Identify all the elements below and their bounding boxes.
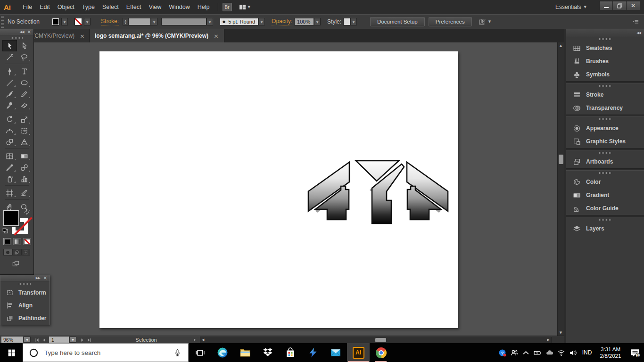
tool-selection[interactable] [2, 40, 17, 51]
tool-eyedropper[interactable] [2, 162, 17, 173]
close-panel-icon[interactable]: × [43, 276, 47, 280]
tool-shape-builder[interactable] [2, 136, 17, 148]
variable-width-profile-field[interactable] [161, 18, 206, 25]
tray-battery[interactable] [532, 343, 544, 362]
fill-color-indicator[interactable] [3, 210, 19, 226]
tool-perspective-grid[interactable] [17, 136, 32, 148]
taskbar-app-dropbox[interactable] [256, 343, 279, 362]
panel-item-transform[interactable]: Transform [0, 286, 50, 299]
swap-fill-stroke-button[interactable] [24, 209, 30, 215]
opacity-panel-link[interactable]: Opacity: [272, 18, 292, 25]
menu-item-view[interactable]: View [145, 0, 165, 14]
tool-direct-selection[interactable] [17, 40, 32, 51]
dock-item-appearance[interactable]: Appearance [566, 122, 644, 135]
taskbar-app-store[interactable] [279, 343, 302, 362]
taskbar-app-file-explorer[interactable] [234, 343, 256, 362]
tab-close-icon[interactable]: × [80, 33, 85, 40]
zoom-dropdown[interactable]: ▼ [24, 337, 31, 343]
draw-inside-button[interactable] [21, 249, 30, 255]
bridge-button[interactable]: Br [223, 3, 232, 11]
tray-get-help[interactable]: ? [496, 343, 508, 362]
tool-free-transform[interactable] [17, 125, 32, 136]
menu-item-select[interactable]: Select [99, 0, 123, 14]
dock-item-transparency[interactable]: Transparency [566, 101, 644, 115]
logo-artwork[interactable] [306, 159, 450, 225]
task-view-button[interactable] [189, 343, 211, 362]
panel-item-align[interactable]: Align [0, 299, 50, 312]
dock-group-drag-handle[interactable] [599, 172, 611, 174]
tool-width[interactable] [2, 125, 17, 136]
panel-drag-handle[interactable] [19, 283, 31, 285]
isolate-selected-object-button[interactable]: ▼ [479, 18, 491, 26]
opacity-dropdown[interactable]: ▼ [314, 18, 321, 25]
artboard-dropdown[interactable]: ▼ [69, 337, 76, 343]
tool-gradient[interactable] [17, 150, 32, 162]
scroll-down-icon[interactable]: ▼ [558, 329, 564, 336]
menu-item-window[interactable]: Window [165, 0, 193, 14]
menu-item-help[interactable]: Help [194, 0, 214, 14]
vertical-scrollbar[interactable]: ▲ ▼ [557, 42, 564, 336]
document-setup-button[interactable]: Document Setup [370, 17, 425, 26]
minimize-button[interactable] [599, 1, 613, 10]
tool-lasso[interactable] [17, 51, 32, 63]
tool-symbol-sprayer[interactable] [2, 173, 17, 184]
taskbar-search-input[interactable]: Type here to search [23, 343, 189, 362]
artboard[interactable] [99, 51, 458, 328]
artboard-number-field[interactable]: 1 [49, 337, 69, 343]
menu-item-edit[interactable]: Edit [36, 0, 54, 14]
style-dropdown[interactable]: ▼ [350, 18, 357, 25]
tray-people[interactable] [508, 343, 520, 362]
menu-item-type[interactable]: Type [78, 0, 99, 14]
style-swatch[interactable] [343, 18, 350, 25]
first-artboard-button[interactable] [34, 337, 40, 343]
tool-pen[interactable] [2, 66, 17, 77]
dock-group-drag-handle[interactable] [599, 219, 611, 221]
opacity-field[interactable]: 100% [294, 18, 314, 25]
tool-eraser[interactable] [17, 99, 32, 111]
dock-item-layers[interactable]: Layers [566, 222, 644, 235]
stroke-weight-stepper[interactable]: ▲▼ [123, 18, 128, 25]
tray-wifi[interactable] [555, 343, 567, 362]
microphone-icon[interactable] [173, 349, 182, 357]
stroke-weight-dropdown[interactable]: ▼ [151, 18, 157, 25]
dock-item-stroke[interactable]: Stroke [566, 88, 644, 101]
stroke-weight-field[interactable] [128, 18, 151, 25]
previous-artboard-button[interactable] [41, 337, 47, 343]
expand-panel-icon[interactable]: ▶▶ [36, 276, 40, 280]
taskbar-app-bolt-app[interactable] [302, 343, 324, 362]
dock-item-gradient[interactable]: Gradient [566, 189, 644, 202]
dock-item-graphic-styles[interactable]: Graphic Styles [566, 135, 644, 148]
dock-item-brushes[interactable]: Brushes [566, 55, 644, 68]
tool-line-segment[interactable] [2, 77, 17, 88]
arrange-documents-button[interactable]: ▼ [239, 3, 250, 11]
scroll-right-icon[interactable]: ▶ [547, 338, 550, 342]
scroll-left-icon[interactable]: ◀ [202, 338, 204, 342]
tray-volume[interactable] [567, 343, 579, 362]
preferences-button[interactable]: Preferences [429, 17, 472, 26]
taskbar-app-chrome[interactable] [370, 343, 392, 362]
stroke-panel-link[interactable]: Stroke: [101, 18, 119, 25]
tool-pencil[interactable] [17, 88, 32, 99]
last-artboard-button[interactable] [86, 337, 92, 343]
dock-group-drag-handle[interactable] [599, 118, 611, 120]
pasteboard[interactable] [0, 42, 557, 336]
language-indicator[interactable]: IND [579, 349, 595, 356]
screen-mode-button[interactable] [10, 260, 21, 268]
expand-panels-icon[interactable]: ◀◀ [636, 31, 641, 35]
zoom-level-field[interactable]: 96% [1, 337, 23, 343]
action-center-button[interactable]: 1 [626, 343, 644, 362]
tool-paintbrush[interactable] [2, 88, 17, 99]
tool-mesh[interactable] [2, 150, 17, 162]
scroll-up-icon[interactable]: ▲ [558, 42, 564, 49]
dock-group-drag-handle[interactable] [599, 38, 611, 40]
panel-drag-handle[interactable] [1, 16, 4, 28]
tool-blob-brush[interactable] [2, 99, 17, 111]
taskbar-app-illustrator[interactable]: Ai [347, 343, 370, 362]
tool-artboard[interactable] [2, 187, 17, 198]
tab-close-icon[interactable]: × [214, 33, 219, 40]
document-tab-2[interactable]: logo semarang.ai* @ 96% (CMYK/Preview) × [90, 29, 224, 42]
tool-ellipse[interactable] [17, 77, 32, 88]
collapse-tools-icon[interactable]: ◀◀ [20, 30, 24, 34]
tool-blend[interactable] [17, 162, 32, 173]
control-panel-menu-button[interactable] [631, 18, 639, 25]
